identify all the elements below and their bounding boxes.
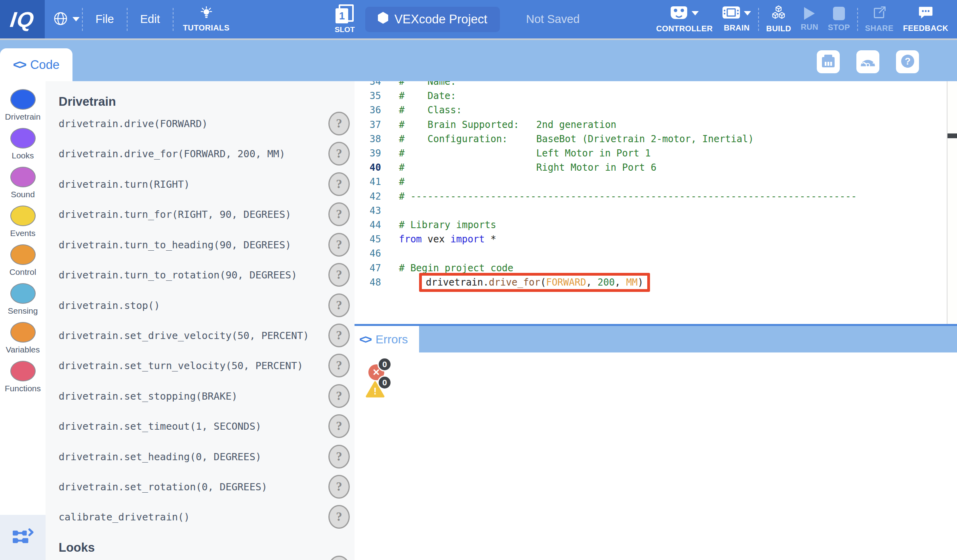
command-label[interactable]: drivetrain.drive(FORWARD) <box>59 118 208 130</box>
sub-bar: <> Code <box>0 38 957 81</box>
feedback-bubble-icon <box>919 6 933 21</box>
command-help-button[interactable]: ? <box>328 324 350 347</box>
menu-separator <box>758 8 759 31</box>
command-help-button[interactable]: ? <box>328 414 350 438</box>
command-help-button[interactable]: ? <box>328 202 350 226</box>
command-label[interactable]: drivetrain.set_turn_velocity(50, PERCENT… <box>59 360 303 371</box>
command-help-button[interactable]: ? <box>328 112 350 135</box>
command-row[interactable]: drivetrain.set_rotation(0, DEGREES) ? <box>46 474 355 499</box>
command-help-button[interactable]: ? <box>328 354 350 377</box>
edit-menu[interactable]: Edit <box>140 13 160 26</box>
tab-errors[interactable]: <> Errors <box>355 326 419 352</box>
command-label[interactable]: drivetrain.turn_to_heading(90, DEGREES) <box>59 239 291 251</box>
project-title-button[interactable]: VEXcode Project <box>365 7 500 32</box>
code-line-highlighted: 48 drivetrain.drive_for(FORWARD, 200, MM… <box>355 275 947 290</box>
command-label[interactable]: drivetrain.turn(RIGHT) <box>59 179 190 190</box>
sidebar-item-control[interactable]: Control <box>0 244 46 277</box>
command-label[interactable]: drivetrain.turn_to_rotation(90, DEGREES) <box>59 269 297 281</box>
command-label[interactable]: drivetrain.set_drive_velocity(50, PERCEN… <box>59 330 309 341</box>
device-info-icon <box>820 54 836 70</box>
command-row[interactable]: drivetrain.set_stopping(BRAKE) ? <box>46 383 355 409</box>
command-palette: Drivetrain drivetrain.drive(FORWARD) ? d… <box>46 81 355 560</box>
command-label[interactable]: calibrate_drivetrain() <box>59 511 190 523</box>
command-help-button[interactable]: ? <box>328 475 350 499</box>
share-button[interactable]: SHARE <box>865 6 894 33</box>
command-help-button[interactable]: ? <box>328 142 350 166</box>
command-help-button[interactable]: ? <box>328 233 350 257</box>
sidebar-item-label: Sensing <box>0 306 46 316</box>
command-help-button[interactable]: ? <box>328 293 350 317</box>
command-label[interactable]: drivetrain.drive_for(FORWARD, 200, MM) <box>59 148 285 160</box>
top-bar: IQ File Edit <box>0 0 957 38</box>
command-row[interactable]: drivetrain.turn(RIGHT) ? <box>46 171 355 197</box>
sidebar-item-sensing[interactable]: Sensing <box>0 283 46 316</box>
errors-tab-label: Errors <box>376 333 408 346</box>
command-row[interactable]: drivetrain.turn_to_heading(90, DEGREES) … <box>46 232 355 257</box>
command-help-button[interactable]: ? <box>328 263 350 287</box>
command-label[interactable]: drivetrain.set_stopping(BRAKE) <box>59 390 238 402</box>
code-editor[interactable]: 34 # Name: 35 # Date: 36 # Class: 37 # B… <box>355 81 947 324</box>
command-label[interactable]: drivetrain.set_rotation(0, DEGREES) <box>59 481 267 493</box>
command-help-button[interactable]: ? <box>328 556 350 560</box>
sidebar-item-variables[interactable]: Variables <box>0 322 46 354</box>
command-label[interactable]: drivetrain.set_timeout(1, SECONDS) <box>59 421 261 432</box>
looks-category-icon <box>10 128 36 149</box>
command-row[interactable]: drivetrain.set_drive_velocity(50, PERCEN… <box>46 323 355 348</box>
slot-button[interactable]: 1 SLOT <box>335 4 355 34</box>
command-help-button[interactable]: ? <box>328 384 350 408</box>
stop-button[interactable]: STOP <box>828 7 850 32</box>
editor-scrollbar[interactable] <box>947 81 957 324</box>
build-button[interactable]: BUILD <box>766 5 791 33</box>
command-row[interactable]: drivetrain.turn_to_rotation(90, DEGREES)… <box>46 262 355 288</box>
line-number: 42 <box>355 191 381 202</box>
hexagon-icon <box>378 12 388 27</box>
sidebar-item-label: Drivetrain <box>0 112 46 122</box>
help-panel-button[interactable]: ? <box>896 50 919 73</box>
sidebar-item-functions[interactable]: Functions <box>0 361 46 393</box>
line-number: 47 <box>355 263 381 274</box>
chevron-down-icon <box>744 11 751 15</box>
sidebar-item-sound[interactable]: Sound <box>0 167 46 199</box>
code-line: 37 # Brain Supported: 2nd generation <box>355 118 947 132</box>
command-row[interactable]: ? <box>46 555 355 560</box>
tutorials-button[interactable]: TUTORIALS <box>183 6 230 32</box>
blocks-to-code-toggle[interactable] <box>0 515 46 560</box>
controller-button[interactable]: CONTROLLER <box>656 6 713 33</box>
editor-scrollbar-thumb[interactable] <box>947 133 957 138</box>
control-category-icon <box>10 244 36 265</box>
sidebar-item-looks[interactable]: Looks <box>0 128 46 160</box>
command-row[interactable]: drivetrain.turn_for(RIGHT, 90, DEGREES) … <box>46 202 355 227</box>
device-info-button[interactable] <box>817 50 840 73</box>
command-help-button[interactable]: ? <box>328 505 350 529</box>
command-row[interactable]: drivetrain.stop() ? <box>46 293 355 318</box>
sidebar-item-events[interactable]: Events <box>0 206 46 238</box>
highlighted-command-box[interactable]: drivetrain.drive_for(FORWARD, 200, MM) <box>419 273 650 292</box>
tab-code[interactable]: <> Code <box>0 48 72 81</box>
run-button[interactable]: RUN <box>801 7 818 32</box>
sidebar-item-drivetrain[interactable]: Drivetrain <box>0 89 46 122</box>
command-help-button[interactable]: ? <box>328 172 350 196</box>
gauge-icon <box>860 55 876 69</box>
command-row[interactable]: drivetrain.set_turn_velocity(50, PERCENT… <box>46 353 355 378</box>
command-label[interactable]: drivetrain.stop() <box>59 300 160 311</box>
dashboard-button[interactable] <box>856 50 879 73</box>
feedback-button[interactable]: FEEDBACK <box>903 6 948 33</box>
controller-label: CONTROLLER <box>656 24 713 33</box>
code-brackets-icon: <> <box>359 333 371 346</box>
command-row[interactable]: drivetrain.set_timeout(1, SECONDS) ? <box>46 413 355 439</box>
events-category-icon <box>10 206 36 226</box>
code-line: 39 # Left Motor in Port 1 <box>355 146 947 160</box>
command-row[interactable]: drivetrain.drive(FORWARD) ? <box>46 111 355 136</box>
command-row[interactable]: calibrate_drivetrain() ? <box>46 504 355 530</box>
command-label[interactable]: drivetrain.turn_for(RIGHT, 90, DEGREES) <box>59 209 291 220</box>
brain-icon <box>722 6 740 21</box>
command-label[interactable]: drivetrain.set_heading(0, DEGREES) <box>59 451 261 463</box>
run-icon <box>804 7 815 20</box>
command-help-button[interactable]: ? <box>328 445 350 469</box>
run-label: RUN <box>801 23 818 32</box>
file-menu[interactable]: File <box>95 13 114 26</box>
language-menu[interactable] <box>53 11 80 27</box>
command-row[interactable]: drivetrain.drive_for(FORWARD, 200, MM) ? <box>46 141 355 166</box>
brain-button[interactable]: BRAIN <box>722 6 751 32</box>
command-row[interactable]: drivetrain.set_heading(0, DEGREES) ? <box>46 444 355 469</box>
